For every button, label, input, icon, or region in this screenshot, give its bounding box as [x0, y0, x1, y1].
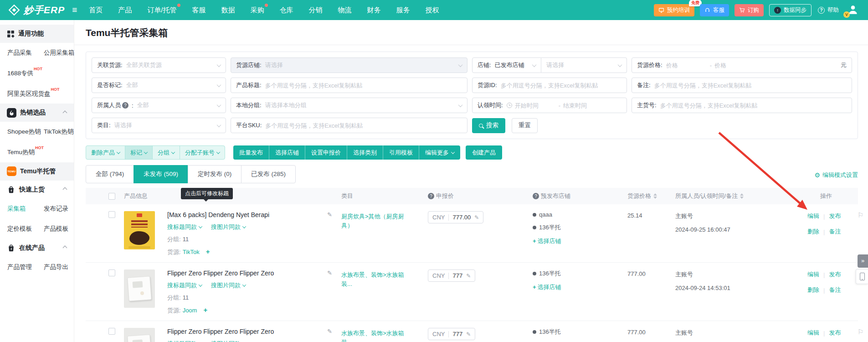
product-title[interactable]: [Max 6 packs] Dendeng Nyet Berapi — [167, 211, 269, 218]
sidebar-item-product-manage[interactable]: 产品管理 — [7, 263, 44, 271]
mark-button[interactable]: 标记 — [125, 145, 153, 160]
add-source-button[interactable]: + — [206, 248, 210, 255]
mobile-preview-button[interactable] — [856, 269, 868, 284]
product-title[interactable]: Flipper Zero Flipper Zero Flipper Zero — [167, 328, 274, 335]
question-icon[interactable]: ? — [428, 193, 434, 199]
edit-price-icon[interactable]: ✎ — [474, 214, 479, 221]
nav-purchase[interactable]: 采购 — [250, 6, 264, 15]
reset-button[interactable]: 重置 — [512, 118, 538, 133]
search-same-title-link[interactable]: 搜标题同款 — [167, 281, 202, 290]
nav-home[interactable]: 首页 — [89, 6, 103, 15]
claim-end-input[interactable] — [563, 102, 604, 109]
filter-shop-type-select[interactable]: 店铺: 已发布店铺 — [472, 57, 541, 73]
price-max-input[interactable] — [714, 62, 755, 69]
search-same-image-link[interactable]: 搜图片同款 — [211, 340, 246, 342]
batch-publish-button[interactable]: 批量发布 — [233, 145, 269, 160]
sidebar-section-quick-listing[interactable]: 快速上货 — [0, 181, 74, 199]
source-link[interactable]: Joom — [183, 307, 197, 314]
sidebar-item-publish-record[interactable]: 发布记录 — [44, 205, 68, 213]
nav-data[interactable]: 数据 — [221, 6, 235, 15]
sidebar-item-1688[interactable]: 1688专供HOT — [7, 69, 42, 78]
product-image[interactable] — [124, 328, 155, 342]
edit-price-icon[interactable]: ✎ — [466, 273, 471, 279]
category-link[interactable]: 厨房炊具>其他（厨房厨具） — [341, 213, 404, 229]
nav-finance[interactable]: 财务 — [367, 6, 380, 15]
product-image[interactable] — [124, 211, 155, 249]
publish-link[interactable]: 发布 — [829, 212, 841, 220]
select-all-checkbox[interactable] — [108, 193, 115, 200]
select-shop-link[interactable]: +选择店铺 — [533, 237, 614, 245]
sidebar-item-ali-us[interactable]: 阿里美区现货盘HOT — [7, 89, 60, 98]
set-declare-price-button[interactable]: 设置申报价 — [305, 145, 347, 160]
sidebar-item-product-export[interactable]: 产品导出 — [44, 263, 68, 271]
filter-shop-select[interactable]: 请选择 — [541, 57, 627, 73]
sidebar-section-online-products[interactable]: 在线产品 — [0, 239, 74, 257]
sidebar-section-general[interactable]: 通用功能 — [0, 25, 74, 43]
filter-category-select[interactable]: 类目: 请选择 — [92, 118, 226, 133]
delete-link[interactable]: 删除 — [807, 228, 819, 236]
search-same-title-link[interactable]: 搜标题同款 — [167, 340, 202, 342]
add-source-button[interactable]: + — [203, 306, 207, 314]
sidebar-item-shopee-hot[interactable]: Shopee热销 — [7, 128, 44, 136]
sidebar-section-temu-semi[interactable]: TEMU Temu半托管 — [0, 162, 74, 181]
tab-unpublished[interactable]: 未发布 (509) — [134, 165, 188, 183]
tab-published[interactable]: 已发布 (285) — [241, 165, 296, 183]
main-sku-input[interactable] — [660, 102, 847, 109]
user-avatar[interactable]: V — [847, 4, 860, 16]
nav-warehouse[interactable]: 仓库 — [279, 6, 293, 15]
training-button[interactable]: 预约培训 免费 — [654, 4, 694, 16]
drawer-expand-handle[interactable]: » — [858, 254, 868, 268]
sort-icon[interactable] — [653, 193, 657, 199]
header-source-price[interactable]: 货源价格 — [614, 192, 675, 200]
remark-link[interactable]: 备注 — [829, 286, 841, 294]
nav-service[interactable]: 服务 — [396, 6, 410, 15]
search-button[interactable]: 搜索 — [472, 118, 505, 133]
select-shop-button[interactable]: 选择店铺 — [269, 145, 305, 160]
remark-link[interactable]: 备注 — [829, 228, 841, 236]
data-sync-button[interactable]: ↑ 数据同步 — [769, 4, 812, 16]
sidebar-item-product-template[interactable]: 产品模板 — [44, 225, 68, 233]
flag-icon[interactable]: ⚐ — [858, 211, 863, 219]
edit-title-icon[interactable]: ✎ — [324, 211, 336, 218]
filter-related-source-select[interactable]: 关联货源: 全部关联货源 — [92, 57, 226, 73]
category-link[interactable]: 水族布景、装饰>水族箱装... — [341, 330, 404, 342]
sidebar-item-temu-hot[interactable]: Temu热销HOT — [7, 148, 44, 156]
nav-customer-service[interactable]: 客服 — [192, 6, 205, 15]
nav-distribution[interactable]: 分销 — [308, 6, 322, 15]
sort-icon[interactable] — [740, 193, 744, 199]
nav-orders[interactable]: 订单/托管 — [147, 6, 176, 15]
product-title[interactable]: Flipper Zero Flipper Zero Flipper Zero — [167, 269, 274, 277]
edit-mode-settings[interactable]: ⚙ 编辑模式设置 — [814, 171, 858, 179]
platform-sku-input[interactable] — [265, 122, 462, 129]
filter-source-shop-select[interactable]: 货源店铺: 请选择 — [231, 57, 467, 73]
remark-input[interactable] — [654, 82, 847, 89]
question-icon[interactable]: ? — [533, 193, 539, 199]
row-checkbox[interactable] — [108, 269, 115, 276]
help-button[interactable]: ? 帮助 — [817, 4, 840, 16]
sidebar-item-public-box[interactable]: 公用采集箱 — [44, 49, 75, 57]
select-shop-link[interactable]: +选择店铺 — [533, 283, 614, 291]
edit-link[interactable]: 编辑 — [807, 270, 819, 279]
nav-authorization[interactable]: 授权 — [425, 6, 439, 15]
tab-scheduled[interactable]: 定时发布 (0) — [188, 165, 241, 183]
use-template-button[interactable]: 引用模板 — [383, 145, 419, 160]
tab-all[interactable]: 全部 (794) — [86, 165, 134, 183]
sidebar-item-pricing-template[interactable]: 定价模板 — [7, 225, 44, 233]
sidebar-section-hot-picks[interactable]: 热销选品 — [0, 104, 74, 122]
edit-link[interactable]: 编辑 — [807, 329, 819, 337]
search-same-image-link[interactable]: 搜图片同款 — [211, 281, 246, 290]
edit-link[interactable]: 编辑 — [807, 212, 819, 220]
edit-title-icon[interactable]: ✎ — [324, 269, 336, 276]
filter-owner-select[interactable]: 所属人员?: 全部 — [92, 98, 226, 113]
edit-title-icon[interactable]: ✎ — [324, 328, 336, 335]
source-link[interactable]: TikTok — [183, 249, 200, 255]
search-same-title-link[interactable]: 搜标题同款 — [167, 223, 202, 231]
row-checkbox[interactable] — [108, 211, 115, 218]
price-min-input[interactable] — [666, 62, 707, 69]
nav-logistics[interactable]: 物流 — [338, 6, 351, 15]
search-same-image-link[interactable]: 搜图片同款 — [211, 223, 246, 231]
row-checkbox[interactable] — [108, 328, 115, 335]
source-id-input[interactable] — [501, 82, 621, 89]
sidebar-item-product-collect[interactable]: 产品采集 — [7, 49, 44, 57]
category-link[interactable]: 水族布景、装饰>水族箱装... — [341, 271, 404, 287]
